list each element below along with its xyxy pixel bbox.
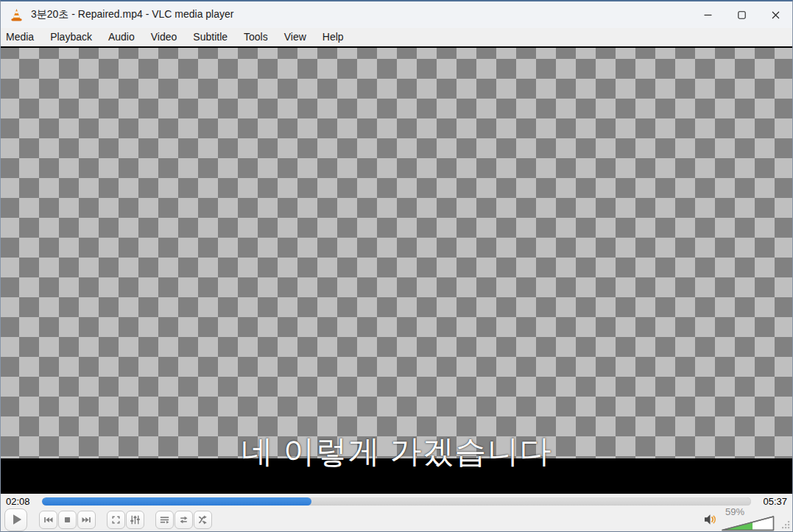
minimize-button[interactable] (691, 1, 725, 28)
resize-grip[interactable] (780, 519, 791, 530)
video-display[interactable]: 네 이렇게 가겠습니다 (1, 46, 792, 494)
extended-settings-icon (129, 514, 141, 526)
window-title: 3분20초 - Repaired.mp4 - VLC media player (31, 8, 233, 21)
fullscreen-button[interactable] (107, 511, 125, 529)
extended-settings-button[interactable] (126, 511, 144, 529)
menu-help[interactable]: Help (314, 29, 352, 46)
seek-row: 02:08 05:37 (1, 494, 792, 508)
random-icon (197, 514, 209, 526)
previous-button[interactable] (39, 511, 57, 529)
close-icon (772, 11, 780, 19)
play-button[interactable] (4, 508, 27, 531)
maximize-icon (738, 11, 746, 19)
menu-audio[interactable]: Audio (100, 29, 143, 46)
next-icon (80, 514, 93, 526)
fullscreen-icon (110, 514, 122, 526)
playlist-icon (158, 514, 171, 526)
control-panel: 02:08 05:37 (1, 494, 792, 531)
menu-video[interactable]: Video (143, 29, 186, 46)
window-controls (691, 1, 792, 28)
loop-button[interactable] (175, 511, 193, 529)
buttons-row: 59% (1, 508, 792, 531)
speaker-icon (704, 514, 718, 525)
maximize-button[interactable] (725, 1, 758, 28)
previous-icon (42, 514, 54, 526)
stop-icon (61, 514, 74, 526)
loop-icon (177, 514, 190, 526)
vlc-window: 3분20초 - Repaired.mp4 - VLC media player … (0, 0, 793, 532)
stop-button[interactable] (58, 511, 77, 529)
menu-view[interactable]: View (276, 29, 314, 46)
random-button[interactable] (194, 511, 212, 529)
elapsed-time[interactable]: 02:08 (6, 496, 35, 507)
next-button[interactable] (77, 511, 96, 529)
titlebar: 3분20초 - Repaired.mp4 - VLC media player (1, 1, 792, 28)
subtitle-text: 네 이렇게 가겠습니다 (1, 430, 792, 473)
seek-bar[interactable] (42, 497, 751, 506)
seek-progress (42, 497, 311, 506)
total-time: 05:37 (758, 496, 787, 507)
transparency-checkerboard (1, 48, 792, 458)
play-icon (8, 511, 24, 528)
menu-media[interactable]: Media (1, 29, 42, 46)
menu-subtitle[interactable]: Subtitle (185, 29, 236, 46)
menu-playback[interactable]: Playback (42, 29, 100, 46)
vlc-cone-icon (10, 7, 24, 23)
menubar: Media Playback Audio Video Subtitle Tool… (1, 28, 792, 46)
minimize-icon (704, 11, 712, 19)
close-button[interactable] (758, 1, 792, 28)
playlist-button[interactable] (155, 511, 174, 529)
menu-tools[interactable]: Tools (236, 29, 276, 46)
volume-wedge (722, 515, 775, 531)
mute-button[interactable] (704, 514, 718, 525)
volume-slider[interactable]: 59% (722, 508, 776, 531)
